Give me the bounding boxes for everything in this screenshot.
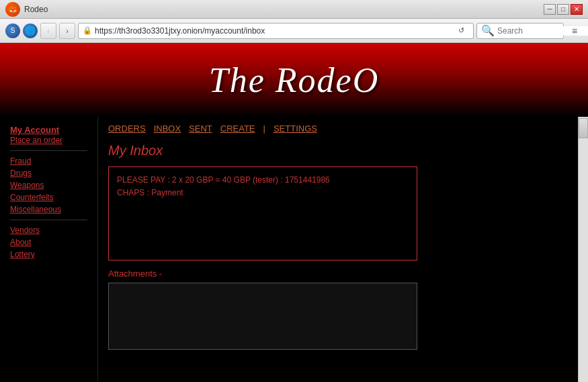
profile-icon[interactable]: S	[5, 23, 20, 38]
url-input[interactable]	[95, 26, 450, 36]
tab-orders[interactable]: ORDERS	[108, 124, 146, 134]
back-button[interactable]: ‹	[40, 23, 56, 39]
site-header: The RodeO	[0, 43, 588, 117]
scrollbar-track[interactable]	[578, 117, 588, 382]
sidebar-divider-2	[10, 220, 87, 220]
sidebar-item-myaccount[interactable]: My Account	[10, 125, 59, 135]
menu-button[interactable]: ≡	[566, 23, 583, 39]
sidebar-item-drugs[interactable]: Drugs	[10, 169, 87, 178]
message-line-1: PLEASE PAY : 2 x 20 GBP = 40 GBP (tester…	[117, 174, 409, 187]
sidebar: My Account Place an order Fraud Drugs We…	[0, 117, 97, 382]
content-area: My Account Place an order Fraud Drugs We…	[0, 117, 588, 382]
scrollbar-thumb[interactable]	[579, 118, 588, 138]
address-bar[interactable]: 🔒 ↺	[78, 23, 474, 39]
window-title: Rodeo	[24, 5, 48, 14]
forward-button[interactable]: ›	[59, 23, 75, 39]
sidebar-item-counterfeits[interactable]: Counterfeits	[10, 193, 87, 202]
browser-toolbar: S 🌐 ‹ › 🔒 ↺ 🔍 ≡	[0, 19, 588, 43]
nav-tabs: ORDERS INBOX SENT CREATE | SETTINGS	[108, 124, 568, 134]
message-line-2: CHAPS : Payment	[117, 187, 409, 199]
search-icon: 🔍	[481, 24, 495, 37]
lock-icon: 🔒	[83, 26, 92, 35]
attachments-box	[108, 283, 417, 350]
globe-icon[interactable]: 🌐	[23, 23, 38, 38]
sidebar-item-miscellaneous[interactable]: Miscellaneous	[10, 205, 87, 214]
titlebar: 🦊 Rodeo ─ □ ✕	[0, 0, 588, 19]
site-title: The RodeO	[209, 60, 379, 100]
tab-create[interactable]: CREATE	[220, 124, 255, 134]
main-content: ORDERS INBOX SENT CREATE | SETTINGS My I…	[97, 117, 578, 382]
minimize-button[interactable]: ─	[544, 4, 556, 15]
sidebar-item-weapons[interactable]: Weapons	[10, 181, 87, 190]
browser-icon: 🦊	[5, 2, 20, 17]
reload-button[interactable]: ↺	[453, 23, 469, 39]
message-box: PLEASE PAY : 2 x 20 GBP = 40 GBP (tester…	[108, 166, 417, 260]
website: The RodeO My Account Place an order Frau…	[0, 43, 588, 382]
sidebar-item-about[interactable]: About	[10, 238, 87, 247]
search-bar[interactable]: 🔍	[476, 23, 564, 39]
sidebar-item-vendors[interactable]: Vendors	[10, 226, 87, 235]
page-title: My Inbox	[108, 143, 568, 158]
sidebar-item-fraud[interactable]: Fraud	[10, 156, 87, 166]
maximize-button[interactable]: □	[557, 4, 569, 15]
tab-sent[interactable]: SENT	[189, 124, 212, 134]
tab-settings[interactable]: SETTINGS	[274, 124, 317, 134]
sidebar-item-lottery[interactable]: Lottery	[10, 250, 87, 259]
nav-separator: |	[263, 124, 265, 134]
window-controls: ─ □ ✕	[544, 4, 583, 15]
close-button[interactable]: ✕	[571, 4, 583, 15]
tab-inbox[interactable]: INBOX	[154, 124, 181, 134]
attachments-label: Attachments -	[108, 269, 568, 279]
sidebar-divider-1	[10, 150, 87, 151]
sidebar-item-placeorder[interactable]: Place an order	[10, 136, 87, 145]
